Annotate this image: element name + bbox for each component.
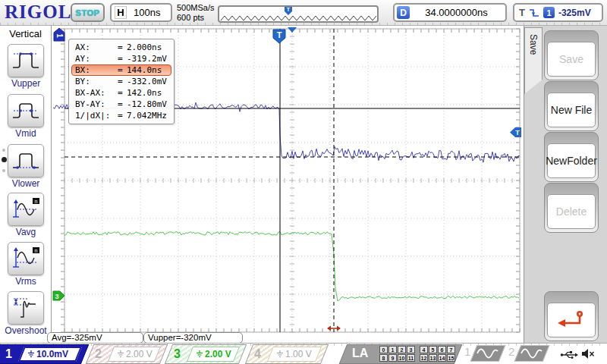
vavg-label: Vavg <box>0 227 52 237</box>
delay-box[interactable]: D 34.0000000ns <box>393 3 507 22</box>
menu-item-vavg: n Vavg <box>0 193 52 237</box>
svg-text:n: n <box>35 248 38 253</box>
vavg-icon: n <box>11 196 41 221</box>
vrms-button[interactable]: n <box>8 242 44 275</box>
digital-ch-4: 4 <box>420 346 428 353</box>
sine-wave-icon <box>474 346 502 361</box>
vlower-button[interactable] <box>8 144 44 177</box>
menu-item-vrms: n Vrms <box>0 242 52 287</box>
falling-edge-icon <box>529 8 539 18</box>
digital-ch-9: 9 <box>388 354 397 362</box>
trigger-center-marker <box>288 27 297 33</box>
menu-item-vlower: Vlower <box>0 144 52 189</box>
sine-wave-icon <box>518 346 546 361</box>
vupper-icon <box>11 48 41 72</box>
source1-indicator[interactable]: 1 <box>464 345 502 364</box>
digital-ch-15: 15 <box>447 354 455 362</box>
menu-item-vmid: Vmid <box>0 94 52 139</box>
t-label: T <box>519 7 525 18</box>
overshoot-button[interactable] <box>8 291 44 325</box>
sample-rate: 500MSa/s <box>177 3 215 13</box>
vrms-label: Vrms <box>0 276 52 287</box>
digital-ch-0: 0 <box>379 346 388 353</box>
digital-ch-1: 1 <box>388 346 397 353</box>
measurement-vupper: Vupper=-320mV <box>143 332 243 344</box>
channel2-badge[interactable]: 2 2.00 V <box>90 344 164 364</box>
run-state-button[interactable]: STOP <box>71 3 105 22</box>
source2-badge <box>514 345 550 362</box>
digital-ch-8: 8 <box>379 354 388 362</box>
ch3-position-marker[interactable]: 3 <box>53 291 64 300</box>
digital-ch-12: 12 <box>420 354 428 362</box>
save-button-label: Save <box>547 42 596 77</box>
channel1-badge[interactable]: 1 10.0mV <box>0 344 85 364</box>
source1-number: 1 <box>464 345 470 358</box>
channel1-scale: 10.0mV <box>36 349 68 359</box>
timebase-value: 100ns <box>134 7 160 18</box>
menu-item-vupper: Vupper <box>0 44 52 89</box>
source1-badge <box>470 345 506 362</box>
h-label: H <box>115 6 127 19</box>
digital-ch-13: 13 <box>429 354 437 362</box>
digital-ch-2: 2 <box>398 346 406 353</box>
svg-text:n: n <box>35 199 38 204</box>
preview-waveform <box>219 8 377 23</box>
save-tab-label: Save <box>528 34 539 55</box>
ch1-position-marker[interactable]: 1 <box>54 28 64 41</box>
menu-scroll-dot <box>2 169 5 172</box>
channel-status-bar: 1 10.0mV 2 2.00 V 3 <box>0 343 607 364</box>
delete-button-label: Delete <box>547 194 596 229</box>
save-button[interactable]: Save <box>544 30 599 80</box>
timebase-box[interactable]: H 100ns <box>110 3 172 22</box>
ground-coupling-icon <box>27 350 35 359</box>
vupper-button[interactable] <box>8 44 44 77</box>
vupper-label: Vupper <box>0 78 52 89</box>
overshoot-label: Overshoot <box>0 325 52 336</box>
channel2-number: 2 <box>95 347 102 361</box>
channel3-number: 3 <box>174 347 181 361</box>
topbar-ruler <box>0 23 607 25</box>
new-file-button[interactable]: New File <box>544 81 599 131</box>
trigger-source-badge: 1 <box>543 7 555 18</box>
vavg-button[interactable]: n <box>8 193 44 226</box>
trigger-level-marker[interactable]: T <box>510 127 521 137</box>
logic-analyzer-badge[interactable]: LA 0123456789101112131415 <box>343 344 458 364</box>
channel4-scale: 1.00 V <box>285 349 312 359</box>
new-folder-button[interactable]: NewFolder <box>544 132 599 182</box>
oscilloscope-screen: RIGOL STOP H 100ns 500MSa/s 600 pts T D … <box>0 0 607 364</box>
return-button[interactable] <box>544 291 599 341</box>
cursor-row-ay: AY:=-319.2mV <box>73 53 170 64</box>
display-area: 1 T 3 T AX:=2.000nsA <box>52 26 524 343</box>
source2-indicator[interactable]: 2 <box>508 345 546 364</box>
cursor-row-1dx: 1/|dX|:=7.042MHz <box>73 110 170 121</box>
digital-ch-3: 3 <box>407 346 415 353</box>
trigger-box[interactable]: T 1 -325mV <box>513 3 603 22</box>
channel4-badge[interactable]: 4 1.00 V <box>249 344 325 364</box>
rigol-logo: RIGOL <box>5 2 71 23</box>
top-bar: RIGOL STOP H 100ns 500MSa/s 600 pts T D … <box>0 0 607 26</box>
cursor-row-byay: BY-AY:=-12.80mV <box>73 99 170 110</box>
ground-coupling-icon <box>117 350 124 359</box>
channel2-scale: 2.00 V <box>126 349 153 359</box>
vmid-label: Vmid <box>0 128 52 139</box>
measurement-avg: Avg=-325mV <box>47 332 143 344</box>
vmid-icon <box>11 98 41 122</box>
trigger-position-flag[interactable]: T <box>273 30 285 43</box>
delete-button[interactable]: Delete <box>544 183 599 233</box>
waveform-preview-bar[interactable]: T <box>218 5 379 23</box>
ch3-waveform <box>64 232 519 301</box>
trigger-level-value: -325mV <box>558 8 591 18</box>
new-file-button-label: New File <box>547 93 596 127</box>
channel4-number: 4 <box>254 347 261 361</box>
vmid-button[interactable] <box>8 94 44 127</box>
svg-text:T: T <box>515 129 520 136</box>
digital-ch-6: 6 <box>438 346 446 353</box>
ground-coupling-icon <box>196 350 203 359</box>
digital-ch-14: 14 <box>438 354 446 362</box>
channel3-badge[interactable]: 3 2.00 V <box>168 344 243 364</box>
la-label: LA <box>352 347 368 360</box>
overshoot-icon <box>11 295 41 319</box>
digital-ch-5: 5 <box>429 346 437 353</box>
save-menu: Save Save New File NewFolder Delete <box>524 26 607 343</box>
digital-ch-10: 10 <box>398 354 406 362</box>
